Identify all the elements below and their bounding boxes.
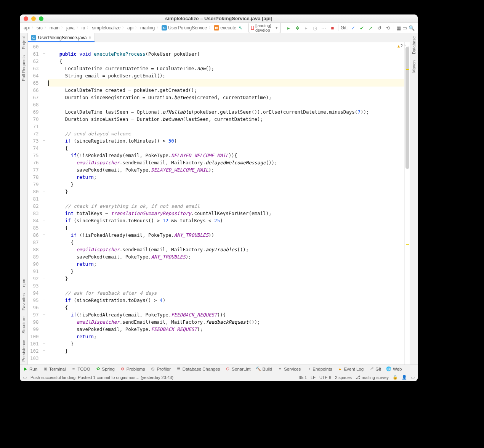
code-line[interactable]: // check if everything is ok, if not sen… [48,202,404,210]
line-number[interactable]: 86 [30,231,39,239]
line-number[interactable]: 94 [30,289,39,297]
fold-marker[interactable] [42,86,46,93]
code-line[interactable]: { [48,145,404,152]
code-line[interactable]: emailDispatcher.sendEmail(email, MailFac… [48,246,404,253]
fold-marker[interactable] [42,238,46,245]
tool-window-event-log[interactable]: ●Event Log [337,366,364,371]
editor-tab[interactable]: C UserPokingService.java ✕ [28,33,95,42]
line-number[interactable]: 92 [30,275,39,282]
tool-window-structure[interactable]: Structure [21,313,26,337]
commit-icon[interactable]: ✔ [359,25,365,31]
memory-indicator[interactable]: ▭ [411,375,415,380]
breadcrumb[interactable]: api〉src〉main〉java〉io〉simplelocalize〉api〉… [23,25,237,31]
code-line[interactable]: } [48,268,404,275]
code-line[interactable]: if (!isPokedAlready(email, PokeType.ANY_… [48,231,404,239]
line-number[interactable]: 69 [30,108,39,116]
fold-marker[interactable]: – [42,50,46,57]
line-number-gutter[interactable]: 6061626364656667686970717273747576777879… [28,42,42,365]
code-editor[interactable]: 6061626364656667686970717273747576777879… [28,42,410,365]
breadcrumb-item[interactable]: api [127,25,134,31]
fold-marker[interactable]: – [42,274,46,281]
code-line[interactable]: // ask for feedback after 4 days [48,289,404,297]
fold-marker[interactable]: – [42,231,46,238]
code-line[interactable]: { [48,224,404,231]
line-number[interactable]: 97 [30,311,39,318]
history-icon[interactable]: ↺ [376,25,383,31]
code-line[interactable]: LocalDateTime created = pokeUser.getCrea… [48,87,404,94]
line-number[interactable]: 90 [30,260,39,268]
tool-window-maven[interactable]: Maven [412,57,416,76]
line-number[interactable]: 84 [30,217,39,224]
code-line[interactable]: savePoked(email, PokeType.DELAYED_WELCOM… [48,166,404,173]
project-structure-icon[interactable]: ▦ [396,25,401,31]
fold-gutter[interactable]: ––––––––––––– [42,42,46,365]
line-number[interactable]: 79 [30,181,39,188]
fold-marker[interactable] [42,245,46,252]
fold-marker[interactable]: – [42,296,46,303]
fold-marker[interactable] [42,194,46,202]
line-number[interactable]: 102 [30,347,39,355]
tool-window-endpoints[interactable]: ⇢Endpoints [306,366,332,371]
code-line[interactable]: // send delayed welcome [48,130,404,137]
tool-window-problems[interactable]: ⊘Problems [120,366,145,371]
person-icon[interactable]: 👤 [402,375,407,380]
code-line[interactable] [48,43,404,50]
fold-marker[interactable] [42,64,46,71]
code-line[interactable]: if(!isPokedAlready(email, PokeType.DELAY… [48,152,404,159]
line-number[interactable]: 85 [30,224,39,231]
line-number[interactable]: 64 [30,72,39,79]
fold-marker[interactable] [42,318,46,325]
fold-marker[interactable]: – [42,347,46,354]
navigate-back-icon[interactable]: ↖ [239,25,242,31]
line-number[interactable]: 88 [30,246,39,253]
tool-window-run[interactable]: ▶Run [23,366,37,371]
code-line[interactable] [48,123,404,130]
code-line[interactable]: return; [48,260,404,268]
tool-window-database[interactable]: Database [412,33,416,57]
code-line[interactable]: String email = pokeUser.getEmail(); [48,72,404,79]
line-number[interactable]: 82 [30,202,39,210]
line-number[interactable]: 74 [30,145,39,152]
fold-marker[interactable]: – [42,151,46,158]
tool-window-terminal[interactable]: ▣Terminal [43,366,66,371]
code-line[interactable]: savePoked(email, PokeType.FEEDBACK_REQUE… [48,326,404,333]
coverage-icon[interactable]: ▸ [303,25,309,31]
search-everywhere-icon[interactable]: 🔍 [409,25,415,31]
line-number[interactable]: 68 [30,101,39,108]
line-number[interactable]: 98 [30,318,39,326]
code-line[interactable]: { [48,304,404,311]
fold-marker[interactable] [42,108,46,115]
lock-icon[interactable]: 🔒 [393,375,398,380]
code-line[interactable]: emailDispatcher.sendEmail(email, MailFac… [48,159,404,166]
line-number[interactable]: 60 [30,43,39,50]
line-number[interactable]: 72 [30,130,39,137]
line-number[interactable]: 93 [30,282,39,289]
close-icon[interactable]: ✕ [88,35,91,40]
line-number[interactable]: 103 [30,355,39,362]
line-number[interactable]: 76 [30,159,39,166]
code-line[interactable]: } [48,181,404,188]
fold-marker[interactable] [42,144,46,151]
fold-marker[interactable]: – [42,267,46,274]
fold-marker[interactable] [42,281,46,289]
code-line[interactable]: public void executePokeProcess(PokeUser … [48,50,404,58]
line-number[interactable]: 96 [30,304,39,311]
code-line[interactable]: if (sinceRegistration.toMinutes() > 30) [48,137,404,145]
fold-marker[interactable] [42,303,46,310]
line-number[interactable]: 87 [30,239,39,246]
run-config-selector[interactable]: [landing] develop ▼ [248,22,281,33]
line-separator[interactable]: LF [311,375,316,380]
code-line[interactable]: LocalDateTime currentDatetime = LocalDat… [48,65,404,72]
tool-window-favorites[interactable]: Favorites [21,290,26,313]
fold-marker[interactable] [42,42,46,50]
more-run-icon[interactable]: ⋯ [321,25,327,31]
file-encoding[interactable]: UTF-8 [319,375,331,380]
fold-marker[interactable] [42,289,46,296]
tool-window-npm[interactable]: npm [21,276,26,290]
tool-window-build[interactable]: 🔨Build [256,366,272,371]
code-line[interactable]: } [48,340,404,347]
line-number[interactable]: 100 [30,333,39,340]
line-number[interactable]: 95 [30,297,39,304]
fold-marker[interactable] [42,325,46,332]
fold-marker[interactable]: – [42,136,46,144]
